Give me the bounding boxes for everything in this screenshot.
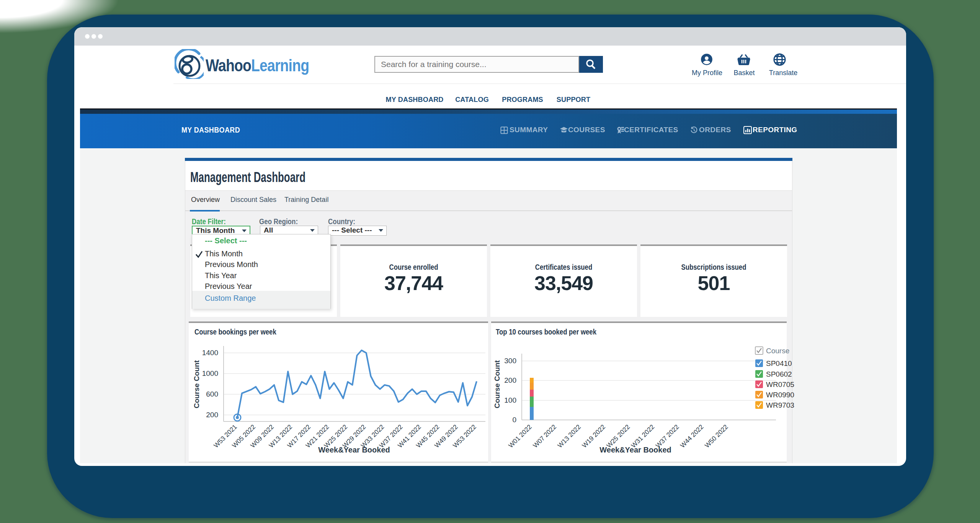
svg-text:SP0410: SP0410 [766, 359, 792, 367]
svg-text:SP0602: SP0602 [766, 370, 792, 378]
svg-text:W07 2022: W07 2022 [532, 423, 558, 449]
svg-text:Course Count: Course Count [493, 360, 501, 408]
svg-text:0: 0 [512, 416, 516, 424]
svg-text:W13 2022: W13 2022 [556, 423, 582, 449]
svg-text:Course: Course [766, 347, 789, 355]
svg-text:Course Count: Course Count [193, 360, 201, 408]
svg-text:Week&Year Booked: Week&Year Booked [599, 446, 671, 454]
svg-text:200: 200 [206, 411, 218, 419]
svg-text:600: 600 [206, 390, 218, 398]
svg-text:W44 2022: W44 2022 [679, 423, 705, 449]
svg-text:1400: 1400 [202, 349, 218, 357]
svg-text:100: 100 [504, 396, 516, 404]
svg-text:WR9703: WR9703 [766, 401, 794, 409]
svg-text:WR0990: WR0990 [766, 391, 794, 399]
svg-text:WR0705: WR0705 [766, 380, 794, 389]
svg-text:W50 2022: W50 2022 [703, 423, 729, 449]
svg-text:300: 300 [504, 357, 516, 365]
svg-text:W01 2022: W01 2022 [507, 423, 533, 449]
svg-text:1000: 1000 [202, 369, 218, 377]
svg-text:200: 200 [504, 376, 516, 384]
svg-text:Week&Year Booked: Week&Year Booked [318, 446, 390, 454]
